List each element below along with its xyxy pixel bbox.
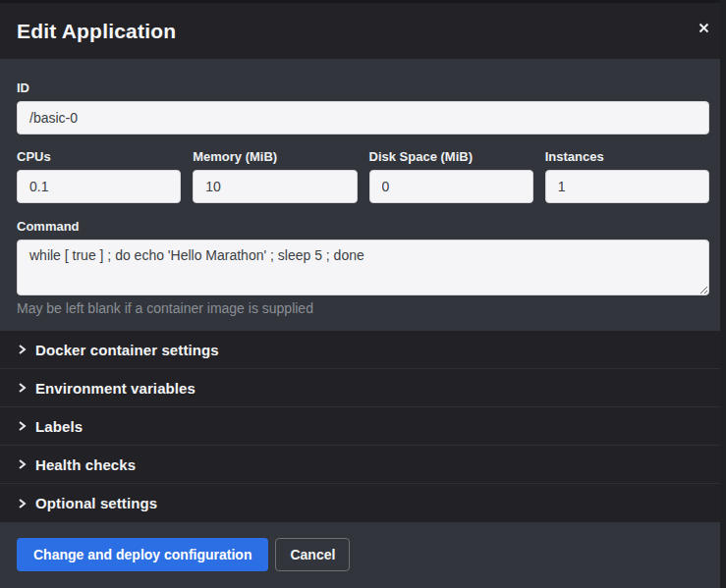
resources-row: CPUs Memory (MiB) Disk Space (MiB) Insta… — [17, 149, 709, 203]
command-textarea[interactable]: while [ true ] ; do echo 'Hello Marathon… — [17, 240, 709, 295]
section-label: Labels — [35, 418, 83, 435]
page-top-edge — [0, 0, 726, 3]
section-health-checks[interactable]: Health checks — [0, 446, 726, 484]
chevron-right-icon — [17, 420, 27, 432]
memory-field-group: Memory (MiB) — [193, 149, 357, 203]
close-button[interactable] — [695, 19, 712, 36]
chevron-right-icon — [17, 382, 27, 394]
instances-field-group: Instances — [545, 149, 709, 203]
chevron-right-icon — [17, 458, 27, 470]
id-label: ID — [17, 80, 709, 95]
cpus-input[interactable] — [17, 170, 181, 203]
disk-space-input[interactable] — [369, 170, 533, 203]
chevron-right-icon — [17, 344, 27, 355]
section-optional-settings[interactable]: Optional settings — [0, 484, 726, 522]
command-help-text: May be left blank if a container image i… — [17, 300, 709, 331]
command-field-group: Command while [ true ] ; do echo 'Hello … — [17, 219, 709, 331]
section-label: Health checks — [35, 456, 136, 473]
modal-header: Edit Application — [0, 3, 726, 59]
disk-field-group: Disk Space (MiB) — [369, 149, 533, 203]
collapsible-sections: Docker container settings Environment va… — [0, 331, 726, 522]
instances-label: Instances — [545, 149, 709, 164]
modal-title: Edit Application — [17, 20, 176, 43]
instances-input[interactable] — [545, 170, 709, 203]
close-icon — [698, 23, 709, 33]
id-input[interactable] — [17, 101, 709, 134]
page-right-edge — [720, 0, 726, 588]
section-labels[interactable]: Labels — [0, 407, 726, 446]
section-label: Optional settings — [35, 495, 157, 511]
cpus-field-group: CPUs — [17, 149, 181, 203]
cpus-label: CPUs — [17, 149, 181, 164]
section-docker-container-settings[interactable]: Docker container settings — [0, 331, 726, 369]
command-label: Command — [17, 219, 709, 234]
id-field-group: ID — [17, 80, 709, 134]
section-environment-variables[interactable]: Environment variables — [0, 369, 726, 407]
section-label: Environment variables — [35, 380, 195, 397]
chevron-right-icon — [17, 498, 27, 509]
edit-application-form: ID CPUs Memory (MiB) Disk Space (MiB) In… — [0, 59, 726, 331]
change-and-deploy-button[interactable]: Change and deploy configuration — [17, 538, 268, 571]
modal-footer: Change and deploy configuration Cancel — [0, 522, 726, 588]
cancel-button[interactable]: Cancel — [275, 538, 350, 571]
section-label: Docker container settings — [35, 342, 219, 358]
memory-input[interactable] — [193, 170, 357, 203]
memory-label: Memory (MiB) — [193, 149, 357, 164]
disk-space-label: Disk Space (MiB) — [369, 149, 533, 164]
